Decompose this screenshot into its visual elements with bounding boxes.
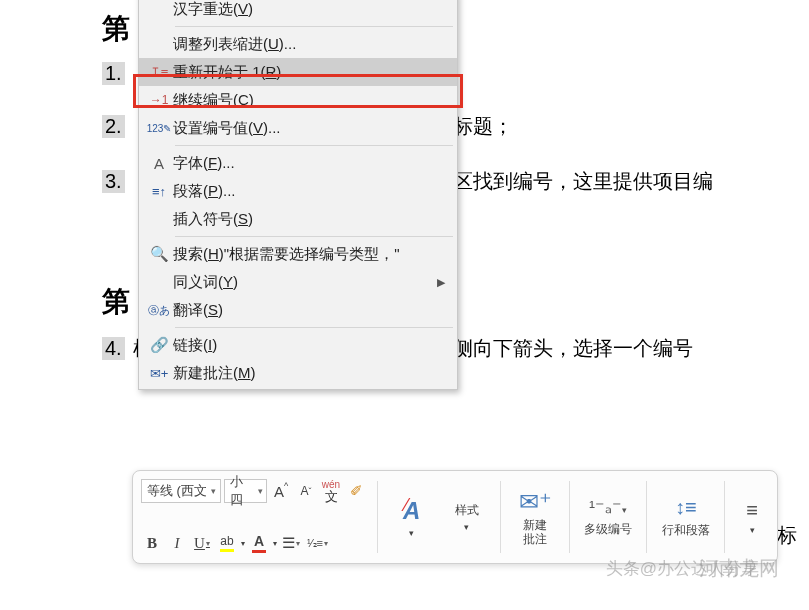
separator [724, 481, 725, 553]
shrink-font-button[interactable]: Aˇ [295, 479, 317, 503]
multilevel-list-button[interactable]: ¹⁻ₐ⁻▾ 多级编号 [578, 475, 639, 559]
font-size-value: 小四 [230, 473, 254, 509]
menu-item-label: 翻译(S) [173, 301, 445, 320]
styles-label: 样式 [455, 502, 479, 519]
grow-font-button[interactable]: A^ [270, 479, 292, 503]
menu-item[interactable]: 123✎设置编号值(V)... [139, 114, 457, 142]
trailing-text: 标 [777, 522, 797, 549]
menu-item-icon: ⓐあ [145, 303, 173, 318]
menu-item-label: 设置编号值(V)... [173, 119, 445, 138]
menu-item-label: 段落(P)... [173, 182, 445, 201]
menu-item-label: 汉字重选(V) [173, 0, 445, 19]
new-comment-button[interactable]: ✉⁺ 新建 批注 [509, 475, 560, 559]
menu-item-icon: 🔍 [145, 245, 173, 263]
menu-item-label: 字体(F)... [173, 154, 445, 173]
new-comment-label: 新建 批注 [523, 519, 547, 545]
menu-item-label: 同义词(Y) [173, 273, 437, 292]
multilevel-label: 多级编号 [584, 521, 632, 538]
menu-item[interactable]: →1继续编号(C) [139, 86, 457, 114]
italic-button[interactable]: I [166, 531, 188, 555]
separator [500, 481, 501, 553]
context-menu[interactable]: 汉字重选(V)调整列表缩进(U)...↧≡重新开始于 1(R)→1继续编号(C)… [138, 0, 458, 390]
separator [377, 481, 378, 553]
menu-separator [175, 236, 453, 237]
menu-item-label: 调整列表缩进(U)... [173, 35, 445, 54]
menu-item-icon: →1 [145, 93, 173, 107]
menu-item-icon: ≡↑ [145, 184, 173, 199]
line-spacing-button[interactable]: ↕≡ 行和段落 [655, 475, 716, 559]
font-name-combo[interactable]: 等线 (西文▾ [141, 479, 221, 503]
menu-item[interactable]: 汉字重选(V) [139, 0, 457, 23]
menu-item-label: 链接(I) [173, 336, 445, 355]
list-number: 4. [102, 337, 125, 360]
numbering-button[interactable]: ¹⁄₂≡▾ [305, 531, 330, 555]
menu-item[interactable]: 🔗链接(I) [139, 331, 457, 359]
menu-item-icon: A [145, 155, 173, 172]
clear-formatting-button[interactable]: A⁄ ▾ [386, 475, 437, 559]
menu-item[interactable]: 🔍搜索(H)"根据需要选择编号类型，" [139, 240, 457, 268]
menu-item-label: 插入符号(S) [173, 210, 445, 229]
font-name-value: 等线 (西文 [147, 482, 207, 500]
styles-button[interactable]: 样式 ▾ [441, 475, 492, 559]
menu-item[interactable]: ↧≡重新开始于 1(R) [139, 58, 457, 86]
menu-separator [175, 327, 453, 328]
menu-item[interactable]: 同义词(Y)▶ [139, 268, 457, 296]
menu-item[interactable]: 插入符号(S) [139, 205, 457, 233]
menu-separator [175, 145, 453, 146]
line-spacing-label: 行和段落 [662, 522, 710, 539]
menu-item-icon: 🔗 [145, 336, 173, 354]
menu-item-icon: ✉+ [145, 366, 173, 381]
menu-item-label: 新建批注(M) [173, 364, 445, 383]
separator [646, 481, 647, 553]
chevron-right-icon: ▶ [437, 276, 445, 289]
list-number: 3. [102, 170, 125, 193]
menu-item-icon: ↧≡ [145, 65, 173, 80]
menu-item-label: 继续编号(C) [173, 91, 445, 110]
separator [569, 481, 570, 553]
menu-item[interactable]: 调整列表缩进(U)... [139, 30, 457, 58]
font-size-combo[interactable]: 小四▾ [224, 479, 267, 503]
mini-toolbar[interactable]: 等线 (西文▾ 小四▾ A^ Aˇ wén文 ✐ B I U▾ ab ▾ A ▾… [132, 470, 778, 564]
watermark-site: 河南龙网 [699, 555, 779, 582]
bullets-button[interactable]: ☰▾ [280, 531, 302, 555]
list-number: 1. [102, 62, 125, 85]
bold-button[interactable]: B [141, 531, 163, 555]
menu-separator [175, 26, 453, 27]
chevron-down-icon: ▾ [258, 486, 263, 496]
menu-item[interactable]: ✉+新建批注(M) [139, 359, 457, 387]
list-text: 能区找到编号，这里提供项目编 [433, 168, 713, 195]
menu-item[interactable]: ≡↑段落(P)... [139, 177, 457, 205]
font-color-button[interactable]: A [248, 531, 270, 555]
menu-item-label: 搜索(H)"根据需要选择编号类型，" [173, 245, 445, 264]
menu-item[interactable]: A字体(F)... [139, 149, 457, 177]
menu-item-icon: 123✎ [145, 123, 173, 134]
underline-button[interactable]: U▾ [191, 531, 213, 555]
menu-item-label: 重新开始于 1(R) [173, 63, 445, 82]
format-painter-button[interactable]: ✐ [345, 479, 367, 503]
phonetic-guide-button[interactable]: wén文 [320, 479, 342, 503]
menu-item[interactable]: ⓐあ翻译(S) [139, 296, 457, 324]
chevron-down-icon: ▾ [211, 486, 216, 496]
highlight-button[interactable]: ab [216, 531, 238, 555]
align-button[interactable]: ≡ ▾ [733, 475, 771, 559]
list-number: 2. [102, 115, 125, 138]
